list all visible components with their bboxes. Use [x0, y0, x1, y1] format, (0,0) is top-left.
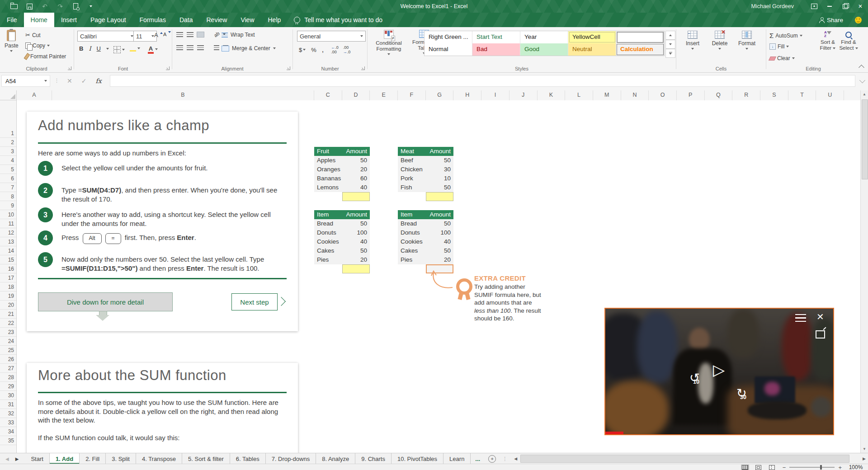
bottom-align-icon[interactable]: [197, 32, 204, 37]
alignment-dialog-launcher-icon[interactable]: [287, 66, 290, 70]
zoom-in-icon[interactable]: +: [838, 464, 842, 470]
feedback-smiley-icon[interactable]: [855, 17, 862, 24]
sheet-tab-start[interactable]: Start: [25, 453, 49, 464]
header-amount[interactable]: Amount: [342, 147, 370, 156]
ribbon-tab-help[interactable]: Help: [261, 13, 288, 27]
style-year[interactable]: Year: [520, 31, 568, 43]
cell-value[interactable]: 40: [342, 183, 370, 192]
sheet-nav-next-icon[interactable]: ▶: [15, 456, 19, 461]
video-popout-icon[interactable]: [816, 330, 825, 338]
clipboard-dialog-launcher-icon[interactable]: [68, 66, 71, 70]
row-header-26[interactable]: 26: [0, 355, 16, 364]
cut-button[interactable]: ✂ Cut: [25, 32, 41, 38]
row-header-11[interactable]: 11: [0, 219, 16, 228]
cell-value[interactable]: 20: [342, 255, 370, 264]
vertical-scrollbar[interactable]: ▲ ▼: [860, 90, 868, 453]
underline-button[interactable]: U: [97, 45, 101, 52]
close-icon[interactable]: ✕: [853, 0, 868, 13]
column-header-N[interactable]: N: [621, 90, 649, 100]
row-header-31[interactable]: 31: [0, 400, 16, 409]
row-header-18[interactable]: 18: [0, 282, 16, 291]
style-start-text[interactable]: Start Text: [472, 31, 520, 43]
page-break-view-icon[interactable]: [769, 465, 776, 470]
share-button[interactable]: Share: [820, 17, 843, 24]
header-amount[interactable]: Amount: [342, 210, 370, 219]
merge-center-button[interactable]: Merge & Center: [222, 45, 276, 52]
cell-value[interactable]: 40: [426, 237, 453, 246]
bold-button[interactable]: B: [79, 45, 83, 52]
cell-chicken[interactable]: Chicken: [398, 165, 426, 174]
row-header-16[interactable]: 16: [0, 264, 16, 273]
number-format-select[interactable]: General: [297, 31, 366, 42]
cell-cakes[interactable]: Cakes: [398, 246, 426, 255]
sheet-tab-6-tables[interactable]: 6. Tables: [230, 453, 266, 464]
copy-button[interactable]: Copy: [25, 42, 50, 49]
style-calculation[interactable]: Calculation: [616, 43, 664, 56]
style-neutral[interactable]: Neutral: [568, 43, 616, 56]
cell-value[interactable]: 50: [426, 246, 453, 255]
cell-oranges[interactable]: Oranges: [314, 165, 342, 174]
cell-value[interactable]: 50: [426, 183, 453, 192]
orientation-icon[interactable]: ab: [213, 31, 221, 38]
cell-cookies[interactable]: Cookies: [398, 237, 426, 246]
accounting-format-icon[interactable]: $: [299, 47, 302, 53]
ribbon-tab-formulas[interactable]: Formulas: [133, 13, 173, 27]
yellow-answer-cell[interactable]: [342, 264, 370, 273]
clear-button[interactable]: Clear: [769, 55, 795, 61]
cell-donuts[interactable]: Donuts: [314, 228, 342, 237]
find-select-button[interactable]: Find &Select: [838, 31, 859, 51]
row-header-10[interactable]: 10: [0, 210, 16, 219]
video-progress-bar[interactable]: [605, 432, 623, 434]
cell-value[interactable]: 40: [342, 237, 370, 246]
scroll-right-icon[interactable]: ▶: [860, 456, 868, 461]
format-cells-button[interactable]: Format: [734, 31, 760, 50]
column-header-O[interactable]: O: [649, 90, 677, 100]
comma-style-icon[interactable]: ,: [322, 46, 324, 54]
cell-donuts[interactable]: Donuts: [398, 228, 426, 237]
wrap-text-button[interactable]: Wrap Text: [222, 32, 255, 38]
header-item[interactable]: Item: [398, 210, 426, 219]
column-header-R[interactable]: R: [732, 90, 760, 100]
yellow-answer-cell[interactable]: [426, 192, 453, 201]
row-header-13[interactable]: 13: [0, 237, 16, 246]
sheet-tab-7-drop-downs[interactable]: 7. Drop-downs: [266, 453, 316, 464]
header-item[interactable]: Item: [314, 210, 342, 219]
zoom-slider-handle[interactable]: [820, 465, 822, 470]
column-header-Q[interactable]: Q: [705, 90, 733, 100]
row-header-2[interactable]: 2: [0, 138, 16, 147]
column-header-T[interactable]: T: [788, 90, 816, 100]
fill-button[interactable]: ↓ Fill: [769, 43, 789, 50]
cell-value[interactable]: 30: [426, 165, 453, 174]
ribbon-tab-insert[interactable]: Insert: [54, 13, 84, 27]
style-right-green-[interactable]: Right Green ...: [425, 31, 472, 43]
column-header-J[interactable]: J: [509, 90, 538, 100]
cell-value[interactable]: 50: [426, 219, 453, 228]
row-header-20[interactable]: 20: [0, 301, 16, 310]
insert-function-icon[interactable]: fx: [95, 77, 101, 85]
yellow-answer-cell[interactable]: [342, 192, 370, 201]
column-header-I[interactable]: I: [481, 90, 509, 100]
dive-down-button[interactable]: Dive down for more detail: [38, 292, 173, 311]
gallery-up-icon[interactable]: [665, 31, 675, 40]
empty-cell[interactable]: [314, 192, 342, 201]
borders-icon[interactable]: [113, 46, 121, 53]
empty-cell[interactable]: [314, 264, 342, 273]
cell-value[interactable]: 20: [426, 255, 453, 264]
column-header-S[interactable]: S: [760, 90, 788, 100]
row-header-21[interactable]: 21: [0, 310, 16, 319]
select-all-corner[interactable]: [0, 90, 17, 100]
align-left-icon[interactable]: [176, 45, 183, 50]
sheet-tab-2-fill[interactable]: 2. Fill: [80, 453, 106, 464]
align-center-icon[interactable]: [187, 45, 193, 50]
cell-bread[interactable]: Bread: [398, 219, 426, 228]
restore-icon[interactable]: [837, 0, 853, 13]
video-rewind-10-button[interactable]: ↺ 10: [689, 373, 704, 388]
row-header-25[interactable]: 25: [0, 346, 16, 355]
scroll-up-icon[interactable]: ▲: [861, 90, 868, 98]
column-header-H[interactable]: H: [453, 90, 481, 100]
style-yellowcell[interactable]: YellowCell: [568, 31, 616, 43]
row-header-4[interactable]: 4: [0, 156, 16, 165]
zoom-level[interactable]: 100%: [845, 464, 866, 470]
video-menu-icon[interactable]: [795, 314, 806, 322]
sheet-tab-8-analyze[interactable]: 8. Analyze: [316, 453, 355, 464]
